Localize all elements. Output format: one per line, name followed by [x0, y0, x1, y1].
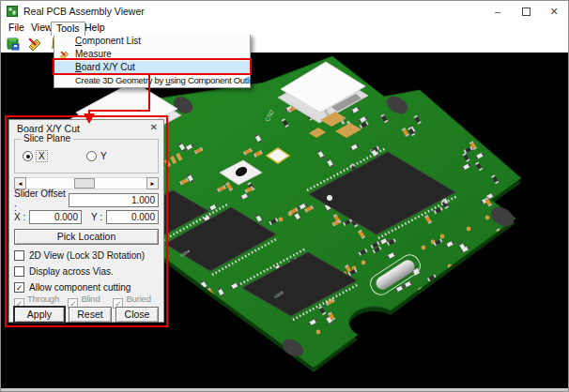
- window-bottom-edge: [1, 388, 568, 391]
- menu-item-measure[interactable]: Measure: [54, 48, 250, 61]
- x-field[interactable]: 0.000: [29, 210, 82, 224]
- radio-y-control[interactable]: [86, 151, 97, 161]
- menu-item-component-list[interactable]: Component List: [54, 35, 250, 48]
- board-xy-cut-dialog: Board X/Y Cut ✕ Slice Plane X Y ◄ ► Slid…: [8, 119, 164, 323]
- menu-item-board-xy-cut[interactable]: Board X/Y Cut: [54, 61, 250, 74]
- slice-plane-label: Slice Plane: [21, 133, 73, 143]
- app-icon: [7, 6, 18, 17]
- checkbox-display-vias[interactable]: Display across Vias.: [14, 265, 114, 278]
- reset-button[interactable]: Reset: [69, 307, 112, 323]
- pin1-marker: [327, 195, 332, 201]
- checkbox-2d-view-box[interactable]: [14, 250, 24, 261]
- measure-icon[interactable]: [26, 36, 42, 52]
- slider-offset-field[interactable]: 1.000: [69, 193, 159, 207]
- checkbox-display-vias-box[interactable]: [14, 266, 24, 277]
- slider-offset-row: Slider Offset : 1.000: [14, 193, 159, 207]
- pick-location-button[interactable]: Pick Location: [14, 229, 159, 245]
- x-label: X :: [14, 210, 29, 224]
- xy-row: X : 0.000 Y : 0.000: [14, 210, 159, 224]
- slider-right-arrow[interactable]: ►: [146, 177, 159, 189]
- minimize-button[interactable]: –: [484, 1, 512, 22]
- title-bar: Real PCB Assembly Viewer – ✕: [1, 1, 568, 22]
- maximize-button[interactable]: [512, 1, 540, 22]
- checkbox-2d-view[interactable]: 2D View (Lock 3D Rotation): [14, 249, 145, 262]
- menu-bar: File View Tools Help: [1, 22, 568, 35]
- close-button[interactable]: ✕: [540, 1, 568, 22]
- apply-button[interactable]: Apply: [14, 307, 65, 323]
- slice-plane-group: Slice Plane X Y: [14, 139, 159, 173]
- checkbox-allow-cutting[interactable]: ✓ Allow component cutting: [14, 281, 131, 294]
- open-model-icon[interactable]: [5, 36, 21, 52]
- dialog-button-row: Apply Reset Close: [14, 307, 159, 323]
- checkbox-allow-cutting-box[interactable]: ✓: [14, 282, 24, 293]
- checkbox-allow-cutting-label: Allow component cutting: [29, 282, 131, 293]
- slider-thumb[interactable]: [74, 178, 95, 188]
- radio-x[interactable]: X: [23, 151, 47, 161]
- dialog-close-icon[interactable]: ✕: [150, 122, 158, 132]
- menu-tools[interactable]: Tools: [51, 22, 85, 36]
- window-controls: – ✕: [484, 1, 568, 22]
- window-title: Real PCB Assembly Viewer: [23, 6, 145, 17]
- tools-dropdown-menu: Component List Measure Board X/Y Cut Cre…: [54, 34, 251, 88]
- y-field[interactable]: 0.000: [106, 210, 159, 224]
- close-dialog-button[interactable]: Close: [115, 307, 159, 323]
- checkbox-display-vias-label: Display across Vias.: [29, 266, 114, 277]
- y-label: Y :: [91, 210, 106, 224]
- menu-item-create-3d-geometry[interactable]: Create 3D Geometry by using Component Ou…: [54, 74, 250, 87]
- app-window: CN2 U204 U205 Real PCB Assembly Viewer –…: [0, 0, 569, 392]
- maximize-icon: [522, 8, 531, 16]
- checkbox-2d-view-label: 2D View (Lock 3D Rotation): [29, 250, 145, 261]
- radio-x-label: X: [37, 151, 47, 161]
- menu-file[interactable]: File: [4, 22, 29, 35]
- radio-y-label: Y: [100, 151, 107, 161]
- radio-x-control[interactable]: [23, 151, 33, 161]
- radio-y[interactable]: Y: [86, 151, 107, 161]
